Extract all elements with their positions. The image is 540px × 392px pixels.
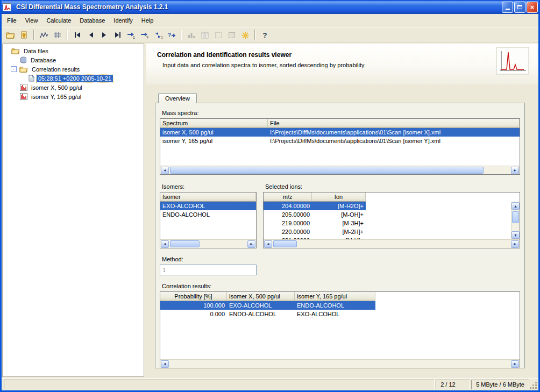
scroll-right-button[interactable]: ► — [247, 240, 255, 248]
menu-file[interactable]: File — [3, 16, 21, 25]
scroll-right-button[interactable]: ► — [511, 360, 519, 368]
calculate-sun-icon — [241, 31, 250, 39]
tree-item-result-timestamp[interactable]: 05:28:51 +0200 2005-10-21 — [4, 74, 143, 83]
column-header-mz[interactable]: m/z — [264, 193, 312, 202]
export-button[interactable] — [17, 28, 31, 41]
scroll-track[interactable] — [273, 240, 510, 248]
scroll-thumb[interactable] — [170, 240, 200, 247]
histogram-icon — [20, 93, 27, 100]
scroll-up-button[interactable]: ▲ — [511, 202, 520, 210]
tree-item-isomer-y[interactable]: isomer Y, 165 pg/ul — [4, 92, 143, 101]
table-row[interactable]: isomer X, 500 pg/ul I:\Projects\DiffMs\d… — [160, 128, 520, 137]
isomers-label: Isomers: — [162, 183, 257, 190]
table-row[interactable]: 100.000 EXO-ALCOHOL ENDO-ALCOHOL — [160, 301, 375, 310]
scroll-right-button[interactable]: ► — [511, 167, 519, 174]
isomers-hscrollbar[interactable]: ◄ ► — [160, 239, 256, 248]
mask-region-button[interactable] — [225, 28, 238, 41]
column-header-isomer-y[interactable]: isomer Y, 165 pg/ul — [295, 292, 375, 301]
method-input[interactable] — [160, 265, 257, 275]
scroll-track[interactable] — [169, 240, 247, 248]
help-button[interactable]: ? — [258, 28, 272, 41]
bar-chart-icon — [188, 32, 195, 39]
list-item[interactable]: EXO-ALCOHOL — [160, 202, 256, 210]
column-header-isomer[interactable]: Isomer — [160, 193, 256, 202]
table-row[interactable]: 205.00000 [M-OH]+ — [264, 210, 366, 219]
scroll-left-button[interactable]: ◄ — [161, 167, 169, 174]
selected-ions-vscrollbar[interactable]: ▲ ▼ — [511, 202, 520, 239]
selected-ions-hscrollbar[interactable]: ◄ ► — [264, 239, 520, 248]
last-record-button[interactable] — [111, 28, 124, 41]
step-exchange-button[interactable]: 1 — [151, 28, 165, 41]
table-row[interactable]: 221.00000 [M-H]+ — [264, 236, 366, 239]
table-row[interactable]: 219.00000 [M-3H]+ — [264, 219, 366, 227]
previous-record-button[interactable] — [84, 28, 97, 41]
scroll-thumb[interactable] — [512, 211, 519, 223]
step-forward-button[interactable]: 1 — [124, 28, 138, 41]
grid-view-button[interactable] — [51, 28, 64, 41]
column-header-file[interactable]: File — [268, 119, 520, 128]
tree-item-label: 05:28:51 +0200 2005-10-21 — [37, 75, 113, 82]
scroll-right-button[interactable]: ► — [511, 240, 519, 248]
column-header-ion[interactable]: Ion — [312, 193, 366, 202]
mass-spectra-table: Spectrum File isomer X, 500 pg/ul I:\Pro… — [160, 118, 520, 175]
isomer-y-cell: EXO-ALCOHOL — [295, 311, 375, 317]
resize-grip[interactable] — [529, 380, 537, 389]
tree-item-isomer-x[interactable]: isomer X, 500 pg/ul — [4, 83, 143, 92]
mass-spectra-section: Mass spectra: Spectrum File isomer X, 50… — [160, 110, 520, 175]
scroll-track[interactable] — [169, 166, 510, 174]
table-row[interactable]: 204.00000 [M-H2O]+ — [264, 202, 366, 210]
bar-chart-button[interactable] — [184, 28, 198, 41]
column-header-isomer-x[interactable]: isomer X, 500 pg/ul — [227, 292, 295, 301]
table-row[interactable]: 220.00000 [M-2H]+ — [264, 227, 366, 236]
query-record-button[interactable]: ? — [165, 28, 178, 41]
mass-spectra-hscrollbar[interactable]: ◄ ► — [160, 166, 520, 174]
menu-database[interactable]: Database — [75, 16, 109, 25]
tree-item-data-files[interactable]: Data files — [4, 46, 143, 55]
scroll-track[interactable] — [511, 210, 520, 231]
minimize-button[interactable] — [502, 2, 513, 13]
toolbar-separator — [67, 30, 68, 40]
column-header-spectrum[interactable]: Spectrum — [160, 119, 268, 128]
scroll-left-button[interactable]: ◄ — [264, 240, 272, 248]
menu-help[interactable]: Help — [137, 16, 158, 25]
select-region-button[interactable] — [211, 28, 225, 41]
step-exchange-icon: 1 — [154, 32, 162, 39]
data-table-button[interactable]: 1X — [198, 28, 211, 41]
maximize-button[interactable] — [514, 2, 525, 13]
correlation-header: Probability [%] isomer X, 500 pg/ul isom… — [160, 292, 375, 301]
table-row[interactable]: 0.000 ENDO-ALCOHOL EXO-ALCOHOL — [160, 310, 375, 318]
menu-calculate[interactable]: Calculate — [42, 16, 75, 25]
scroll-left-button[interactable]: ◄ — [161, 360, 169, 368]
menu-view[interactable]: View — [21, 16, 42, 25]
selected-ions-table: m/z Ion 204.00000 [M-H2O]+ 205.00000 — [263, 192, 520, 248]
correlation-hscrollbar[interactable]: ◄ ► — [160, 359, 520, 368]
tree-item-correlation-results[interactable]: - Correlation results — [4, 65, 143, 74]
collapse-icon[interactable]: - — [11, 66, 17, 72]
menu-identify[interactable]: Identify — [109, 16, 137, 25]
tree-item-label: Database — [29, 56, 58, 64]
curve-view-button[interactable] — [37, 28, 51, 41]
step-search-button[interactable]: ? — [138, 28, 151, 41]
scroll-track[interactable] — [169, 360, 510, 368]
table-row[interactable]: isomer Y, 165 pg/ul I:\Projects\DiffMs\d… — [160, 137, 520, 145]
select-region-icon — [215, 32, 222, 39]
column-header-probability[interactable]: Probability [%] — [160, 292, 227, 301]
scroll-down-button[interactable]: ▼ — [511, 231, 520, 239]
first-record-button[interactable] — [70, 28, 84, 41]
scroll-left-button[interactable]: ◄ — [161, 240, 169, 248]
tree-item-database[interactable]: Database — [4, 55, 143, 65]
spectrum-chart-icon — [496, 47, 529, 75]
next-record-button[interactable] — [97, 28, 111, 41]
tab-control: Overview Mass spectra: Spectrum File — [146, 84, 538, 368]
isomers-section: Isomers: Isomer EXO-ALCOHOL ENDO-ALCOHOL… — [160, 183, 257, 248]
calculate-button[interactable] — [238, 28, 252, 41]
scroll-thumb[interactable] — [273, 240, 297, 247]
scroll-thumb[interactable] — [170, 167, 484, 174]
tab-overview[interactable]: Overview — [158, 93, 197, 103]
close-button[interactable]: × — [527, 2, 538, 13]
open-folder-button[interactable] — [4, 28, 17, 41]
tree-panel: Data files Database - Correlation result… — [2, 44, 144, 377]
spectrum-cell: isomer X, 500 pg/ul — [160, 129, 268, 136]
list-item[interactable]: ENDO-ALCOHOL — [160, 210, 256, 219]
status-memory-panel: 5 MByte / 6 MByte — [471, 380, 529, 389]
